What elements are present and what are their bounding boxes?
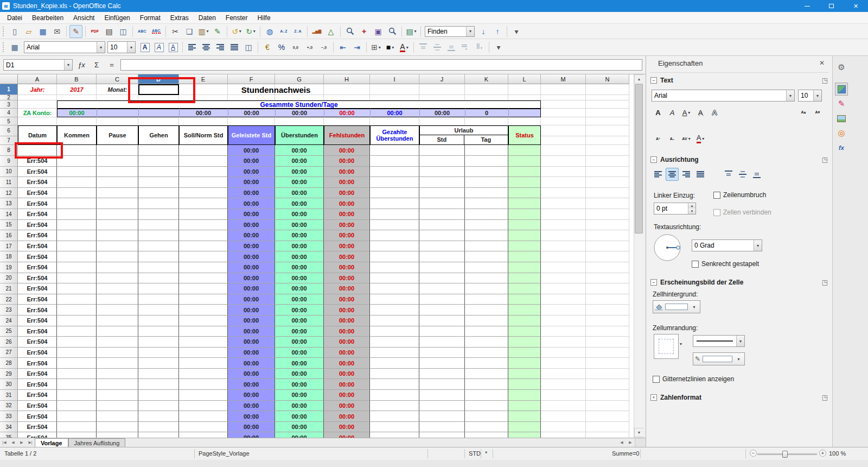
sb-align-bottom-icon[interactable] [750, 168, 763, 181]
cell-M10[interactable] [541, 167, 586, 178]
cell-D9[interactable] [138, 156, 179, 167]
cell-H9[interactable]: 00:00 [324, 156, 370, 167]
cell-J11[interactable] [419, 177, 465, 188]
cell-J31[interactable] [419, 390, 465, 401]
row-header-11[interactable]: 11 [0, 177, 18, 188]
cell-M25[interactable] [541, 326, 586, 337]
number-format-dialog-launcher-icon[interactable]: ◳ [822, 394, 828, 401]
wrap-text-checkbox[interactable]: Zeilenumbruch [713, 191, 766, 199]
cell-G34[interactable]: 00:00 [275, 422, 324, 433]
cell-I28[interactable] [370, 358, 419, 369]
cell-H25[interactable]: 00:00 [324, 326, 370, 337]
cell-I20[interactable] [370, 273, 419, 284]
cell-A35[interactable]: Err:504 [18, 432, 57, 438]
cell-F3[interactable] [228, 100, 275, 109]
sb-shadow-icon[interactable]: A [694, 106, 707, 119]
column-header-M[interactable]: M [541, 74, 586, 84]
cell-K16[interactable] [465, 230, 508, 241]
row-header-4[interactable]: 4 [0, 109, 18, 117]
cell-N9[interactable] [586, 156, 629, 167]
bold-icon[interactable]: A [138, 41, 151, 54]
column-header-B[interactable]: B [57, 74, 97, 84]
row-header-22[interactable]: 22 [0, 294, 18, 305]
cell-I13[interactable] [370, 198, 419, 209]
cell-G23[interactable]: 00:00 [275, 305, 324, 315]
cell-B21[interactable] [57, 283, 97, 294]
menu-daten[interactable]: Daten [194, 12, 221, 23]
cell-H27[interactable]: 00:00 [324, 348, 370, 358]
cell-M21[interactable] [541, 283, 586, 294]
redo-icon[interactable]: ↻▾ [244, 25, 257, 38]
menu-datei[interactable]: Datei [2, 12, 27, 23]
cell-A9[interactable]: Err:504 [18, 156, 57, 167]
cell-L8[interactable] [508, 145, 541, 156]
cell-K26[interactable] [465, 337, 508, 348]
borders-icon[interactable]: ⊞▾ [369, 41, 382, 54]
sb-character-spacing-icon[interactable]: AV▾ [680, 132, 693, 145]
insert-chart-icon[interactable]: ▂▅▇ [310, 25, 323, 38]
cell-L25[interactable] [508, 326, 541, 337]
column-header-E[interactable]: E [179, 74, 228, 84]
cell-B29[interactable] [57, 369, 97, 380]
cell-M8[interactable] [541, 145, 586, 156]
function-button[interactable]: = [105, 59, 118, 71]
cell-F19[interactable]: 00:00 [228, 262, 275, 273]
align-center-icon[interactable] [200, 41, 213, 54]
sidebar-settings-icon[interactable]: ⚙ [835, 61, 848, 74]
zoom-level[interactable]: 100 % [829, 450, 846, 457]
cell-F34[interactable]: 00:00 [228, 422, 275, 433]
toolbar-grip[interactable] [3, 27, 5, 36]
cell-F32[interactable]: 00:00 [228, 401, 275, 412]
chevron-down-icon[interactable]: ▾ [735, 357, 743, 362]
chevron-down-icon[interactable]: ▾ [690, 305, 698, 310]
zoom-in-icon[interactable]: + [819, 450, 826, 457]
cell-F12[interactable]: 00:00 [228, 188, 275, 199]
cell-J8[interactable] [419, 145, 465, 156]
chevron-down-icon[interactable]: ▾ [680, 342, 682, 346]
cell-B30[interactable] [57, 379, 97, 390]
navigator-icon[interactable]: ✦ [358, 25, 371, 38]
sheet-tab-vorlage[interactable]: Vorlage [35, 438, 68, 447]
cell-J21[interactable] [419, 283, 465, 294]
cell-G14[interactable]: 00:00 [275, 209, 324, 220]
cell-D10[interactable] [138, 167, 179, 178]
cell-L14[interactable] [508, 209, 541, 220]
cell-F24[interactable]: 00:00 [228, 315, 275, 326]
cell-G18[interactable]: 00:00 [275, 251, 324, 262]
row-header-16[interactable]: 16 [0, 230, 18, 241]
cell-K18[interactable] [465, 251, 508, 262]
cell-A10[interactable]: Err:504 [18, 167, 57, 178]
cell-D17[interactable] [138, 241, 179, 252]
cell-A3[interactable] [18, 100, 57, 109]
cell-K35[interactable] [465, 432, 508, 438]
cell-G26[interactable]: 00:00 [275, 337, 324, 348]
cell-D8[interactable] [138, 145, 179, 156]
sidebar-font-name-input[interactable] [652, 90, 786, 101]
cell-L5[interactable] [508, 117, 541, 125]
row-header-25[interactable]: 25 [0, 326, 18, 337]
cell-K4[interactable] [465, 109, 508, 117]
cell-F2[interactable] [228, 95, 275, 100]
cell-M7[interactable] [541, 136, 586, 145]
cell-C17[interactable] [97, 241, 138, 252]
cell-A30[interactable]: Err:504 [18, 379, 57, 390]
cell-L26[interactable] [508, 337, 541, 348]
cell-M23[interactable] [541, 305, 586, 315]
cell-D14[interactable] [138, 209, 179, 220]
cell-I8[interactable] [370, 145, 419, 156]
cell-D16[interactable] [138, 230, 179, 241]
sb-superscript-icon[interactable]: A¹ [652, 132, 665, 145]
cell-B5[interactable] [57, 117, 97, 125]
cell-C24[interactable] [97, 315, 138, 326]
cell-M35[interactable] [541, 432, 586, 438]
navigator-deck-icon[interactable]: ◎ [835, 127, 848, 140]
row-header-7[interactable]: 7 [0, 136, 18, 145]
cell-G5[interactable] [275, 117, 324, 125]
cell-E7[interactable] [179, 136, 228, 145]
cell-N22[interactable] [586, 294, 629, 305]
sum-button[interactable]: Σ [90, 59, 103, 71]
row-header-24[interactable]: 24 [0, 315, 18, 326]
spellcheck-icon[interactable]: ABC [136, 25, 149, 38]
cell-I21[interactable] [370, 283, 419, 294]
cell-L1[interactable] [508, 84, 541, 95]
